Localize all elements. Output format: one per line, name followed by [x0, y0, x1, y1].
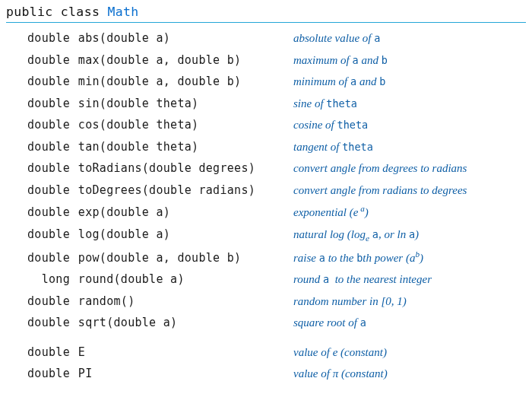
section-gap	[6, 334, 526, 342]
method-name-params: sqrt(double a)	[78, 316, 178, 329]
method-description: exponential (e a)	[293, 201, 526, 224]
return-type: double	[27, 180, 70, 202]
method-name-params: sin(double theta)	[78, 97, 199, 110]
method-description: round a to the nearest integer	[293, 268, 526, 291]
constant-signature: doubleE	[27, 342, 293, 364]
method-signature: doublerandom()	[27, 291, 293, 313]
method-description: convert angle from degrees to radians	[293, 157, 526, 180]
method-signature: doublemin(double a, double b)	[27, 71, 293, 93]
method-description: random number in [0, 1)	[293, 291, 526, 313]
constant-description: value of e (constant)	[293, 342, 526, 364]
constant-signature: doublePI	[27, 363, 293, 385]
return-type: double	[27, 363, 70, 385]
method-name-params: min(double a, double b)	[78, 75, 242, 88]
method-signature: doubletan(double theta)	[27, 136, 293, 158]
method-signature: doublepow(double a, double b)	[27, 247, 293, 269]
method-description: natural log (loge a, or ln a)	[293, 224, 526, 246]
constant-description: value of π (constant)	[293, 363, 526, 385]
method-description: convert angle from radians to degrees	[293, 180, 526, 202]
constant-row: doublePIvalue of π (constant)	[27, 363, 526, 385]
method-description: raise a to the bth power (ab)	[293, 246, 526, 269]
header-rule	[6, 22, 526, 23]
method-name-params: abs(double a)	[78, 31, 170, 45]
constant-name-params: PI	[78, 367, 93, 380]
constant-list: doubleEvalue of e (constant)doublePIvalu…	[6, 342, 526, 385]
method-description: square root of a	[293, 312, 526, 334]
method-row: doublesqrt(double a)square root of a	[27, 312, 526, 334]
method-signature: doublemax(double a, double b)	[27, 49, 293, 71]
method-description: minimum of a and b	[293, 71, 526, 93]
method-name-params: pow(double a, double b)	[78, 251, 242, 265]
method-row: doublemax(double a, double b)maximum of …	[27, 49, 526, 71]
method-row: doublepow(double a, double b)raise a to …	[27, 246, 526, 269]
class-header: public class Math	[6, 5, 526, 21]
method-row: doubleexp(double a)exponential (e a)	[27, 201, 526, 224]
method-description: maximum of a and b	[293, 49, 526, 71]
return-type: double	[27, 114, 70, 136]
return-type: double	[27, 247, 70, 269]
return-type: double	[27, 157, 70, 180]
method-row: doublemin(double a, double b)minimum of …	[27, 71, 526, 93]
return-type: double	[27, 202, 70, 224]
method-description: tangent of theta	[293, 136, 526, 158]
return-type: double	[27, 291, 70, 313]
return-type: double	[27, 342, 70, 364]
method-signature: doubletoDegrees(double radians)	[27, 180, 293, 202]
method-signature: doubleabs(double a)	[27, 27, 293, 49]
constant-name-params: E	[78, 345, 85, 359]
method-name-params: exp(double a)	[78, 205, 170, 219]
method-signature: doubleexp(double a)	[27, 202, 293, 224]
method-name-params: max(double a, double b)	[78, 53, 242, 67]
method-row: doubleabs(double a)absolute value of a	[27, 27, 526, 49]
method-name-params: cos(double theta)	[78, 118, 199, 132]
header-prefix: public class	[6, 5, 100, 19]
method-row: doublerandom()random number in [0, 1)	[27, 291, 526, 313]
method-name-params: round(double a)	[78, 272, 185, 286]
return-type: double	[27, 224, 70, 246]
method-signature: doublesqrt(double a)	[27, 312, 293, 334]
constant-row: doubleEvalue of e (constant)	[27, 342, 526, 364]
method-row: longround(double a)round a to the neares…	[27, 268, 526, 291]
method-signature: doublesin(double theta)	[27, 93, 293, 115]
return-type: double	[27, 93, 70, 115]
method-description: absolute value of a	[293, 27, 526, 49]
method-row: doublecos(double theta)cosine of theta	[27, 114, 526, 136]
return-type: double	[27, 27, 70, 49]
method-name-params: toDegrees(double radians)	[78, 183, 255, 197]
method-row: doubletan(double theta)tangent of theta	[27, 136, 526, 158]
method-row: doublesin(double theta)sine of theta	[27, 93, 526, 115]
return-type: long	[27, 268, 70, 291]
header-class-name: Math	[107, 5, 138, 19]
method-name-params: tan(double theta)	[78, 140, 199, 154]
method-name-params: toRadians(double degrees)	[78, 161, 255, 175]
method-signature: longround(double a)	[27, 268, 293, 291]
return-type: double	[27, 71, 70, 93]
method-row: doubletoRadians(double degrees)convert a…	[27, 157, 526, 180]
method-name-params: random()	[78, 294, 135, 308]
method-signature: doublelog(double a)	[27, 224, 293, 246]
method-description: sine of theta	[293, 93, 526, 115]
return-type: double	[27, 136, 70, 158]
return-type: double	[27, 49, 70, 71]
method-signature: doubletoRadians(double degrees)	[27, 157, 293, 180]
method-name-params: log(double a)	[78, 227, 170, 241]
method-signature: doublecos(double theta)	[27, 114, 293, 136]
return-type: double	[27, 312, 70, 334]
method-list: doubleabs(double a)absolute value of ado…	[6, 27, 526, 334]
method-row: doubletoDegrees(double radians)convert a…	[27, 180, 526, 202]
method-row: doublelog(double a)natural log (loge a, …	[27, 224, 526, 246]
method-description: cosine of theta	[293, 114, 526, 136]
